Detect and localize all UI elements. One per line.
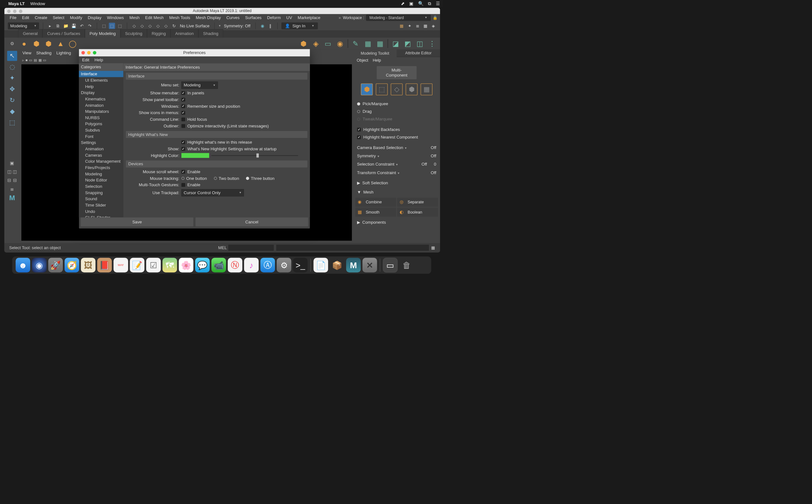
bookmark-icon[interactable]: ▭: [29, 58, 32, 62]
rotate-tool[interactable]: ↻: [7, 95, 17, 106]
select-object-icon[interactable]: ⬚: [109, 23, 115, 29]
shelf-tool2-icon[interactable]: ▦: [363, 39, 372, 48]
facetime-icon[interactable]: 📹: [211, 258, 226, 272]
open-icon[interactable]: 📁: [63, 23, 69, 29]
close-button[interactable]: [7, 10, 10, 13]
messages-icon[interactable]: 💬: [195, 258, 210, 272]
object-mode-icon[interactable]: ⬢: [361, 84, 372, 95]
menu-set-selector[interactable]: Modeling▼: [8, 22, 39, 29]
menu-surfaces[interactable]: Surfaces: [242, 14, 264, 22]
snap-view-icon[interactable]: ◇: [155, 23, 161, 29]
shelf-platonic-icon[interactable]: ◈: [311, 39, 320, 48]
shelf-intersect-icon[interactable]: ◫: [416, 39, 425, 48]
category-item[interactable]: Node Editor: [79, 177, 123, 183]
workspace-selector[interactable]: Modeling - Standard ▼: [366, 15, 431, 21]
redo-icon[interactable]: ↷: [87, 23, 93, 29]
finder-icon[interactable]: ☻: [16, 258, 30, 272]
category-item[interactable]: Animation: [79, 102, 123, 109]
panel-view-menu[interactable]: View: [22, 51, 31, 55]
last-tool[interactable]: ⬚: [7, 118, 17, 128]
checkbox[interactable]: [181, 118, 185, 121]
shelf-tab-general[interactable]: General: [18, 29, 42, 38]
panel-icon-1[interactable]: ▦: [398, 23, 405, 29]
safari-icon[interactable]: 🧭: [65, 258, 79, 272]
checkbox[interactable]: ✓: [181, 91, 185, 95]
snap-curve-icon[interactable]: ◇: [139, 23, 145, 29]
one-button-radio[interactable]: One button: [181, 176, 207, 181]
pick-marquee-option[interactable]: Pick/Marquee: [353, 100, 440, 108]
panel-icon-2[interactable]: ✦: [406, 23, 413, 29]
category-item[interactable]: Color Management: [79, 158, 123, 165]
transform-constraint[interactable]: Transform Constraint ▼ Off: [353, 168, 440, 177]
shelf-tab-polymodeling[interactable]: Poly Modeling: [85, 29, 120, 38]
menu-windows[interactable]: Windows: [104, 14, 127, 22]
maya-dock-icon[interactable]: M: [346, 258, 361, 272]
live-arrow-icon[interactable]: ↻: [171, 23, 177, 29]
lasso-tool[interactable]: ◌: [7, 62, 17, 72]
shelf-disc-icon[interactable]: ◉: [335, 39, 344, 48]
textedit-icon[interactable]: 📄: [313, 258, 328, 272]
menu-set-field[interactable]: Modeling▼: [181, 82, 218, 89]
playblast-icon[interactable]: ◉: [259, 23, 265, 29]
highlight-nearest-toggle[interactable]: ✓ Highlight Nearest Component: [353, 133, 440, 141]
menu-editmesh[interactable]: Edit Mesh: [142, 14, 167, 22]
poly-sphere-icon[interactable]: ●: [20, 39, 29, 48]
layout-single-icon[interactable]: ▣: [7, 159, 17, 167]
layout-right-icon[interactable]: ◫: [13, 168, 17, 175]
menu-mesh[interactable]: Mesh: [126, 14, 142, 22]
scroll-wheel-checkbox[interactable]: ✓: [181, 170, 185, 174]
zoom-button[interactable]: [19, 10, 23, 13]
checkbox[interactable]: ✓: [181, 98, 185, 101]
category-item[interactable]: Animation: [79, 146, 123, 152]
symmetry-label[interactable]: Symmetry: Off: [223, 24, 251, 28]
vertex-mode-icon[interactable]: ⬚: [376, 84, 387, 95]
drag-option[interactable]: Drag: [353, 108, 440, 115]
contacts-icon[interactable]: 📕: [97, 258, 112, 272]
category-item[interactable]: Cameras: [79, 152, 123, 159]
reminders-icon[interactable]: ☑: [146, 258, 161, 272]
maps-icon[interactable]: 🗺: [162, 258, 177, 272]
layout-top-icon[interactable]: ⊟: [7, 176, 11, 184]
checkbox[interactable]: ✓: [181, 104, 185, 108]
grid-toggle-icon[interactable]: ▦: [38, 58, 42, 62]
outliner-icon[interactable]: ≣: [7, 185, 17, 193]
scale-tool[interactable]: ◆: [7, 106, 17, 117]
script-editor-icon[interactable]: ▦: [431, 245, 435, 250]
highlight-color-slider[interactable]: [211, 155, 298, 156]
menu-edit[interactable]: Edit: [19, 14, 32, 22]
shelf-tool1-icon[interactable]: ✎: [351, 39, 360, 48]
shelf-union-icon[interactable]: ◪: [391, 39, 400, 48]
cursor-status-icon[interactable]: ⬈: [401, 1, 405, 6]
appstore-icon[interactable]: Ⓐ: [260, 258, 275, 272]
menu-meshtools[interactable]: Mesh Tools: [167, 14, 193, 22]
sysprefs-icon[interactable]: ⚙: [276, 258, 291, 272]
prefs-help-menu[interactable]: Help: [94, 58, 103, 62]
menu-curves[interactable]: Curves: [223, 14, 242, 22]
panel-lighting-menu[interactable]: Lighting: [56, 51, 71, 55]
select-tool[interactable]: ↖: [7, 51, 17, 61]
category-item[interactable]: UI Elements: [79, 77, 123, 84]
layout-left-icon[interactable]: ◫: [7, 168, 11, 175]
combine-button[interactable]: ◉Combine: [355, 198, 396, 207]
checkbox[interactable]: ✓: [181, 140, 185, 144]
prefs-edit-menu[interactable]: Edit: [82, 58, 89, 62]
film-gate-icon[interactable]: ▭: [43, 58, 46, 62]
multitouch-checkbox[interactable]: [181, 183, 185, 187]
category-item[interactable]: Subdivs: [79, 127, 123, 133]
maya-icon[interactable]: M: [7, 194, 17, 201]
terminal-icon[interactable]: >_: [293, 258, 308, 272]
display-status-icon[interactable]: ▣: [409, 1, 414, 6]
category-item[interactable]: GLSL Shader: [79, 215, 123, 217]
app-menu[interactable]: Maya LT: [8, 1, 24, 6]
prefs-save-button[interactable]: Save: [81, 217, 193, 226]
command-feedback[interactable]: [276, 245, 429, 251]
shelf-tab-shading[interactable]: Shading: [198, 29, 223, 38]
spotlight-icon[interactable]: 🔍: [418, 1, 424, 6]
select-component-icon[interactable]: ⬚: [117, 23, 123, 29]
camera-based-selection[interactable]: Camera Based Selection ▼ Off: [353, 144, 440, 152]
category-item[interactable]: Polygons: [79, 121, 123, 127]
edge-mode-icon[interactable]: ◇: [391, 84, 402, 95]
poly-torus-icon[interactable]: ◯: [68, 39, 77, 48]
camera-select-icon[interactable]: ▹: [22, 58, 24, 62]
launchpad-icon[interactable]: 🚀: [48, 258, 63, 272]
